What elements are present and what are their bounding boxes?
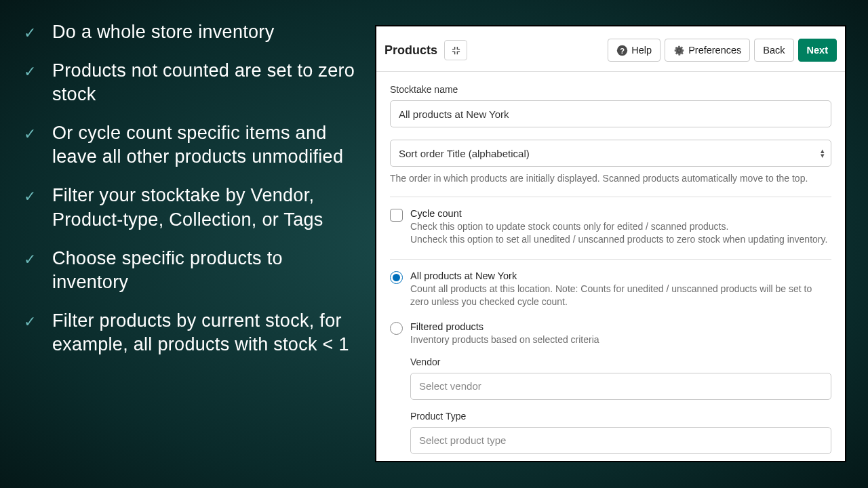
scope-filtered-radio[interactable] [390, 322, 403, 335]
scope-filtered-desc: Inventory products based on selected cri… [410, 333, 831, 347]
help-icon: ? [616, 45, 628, 56]
bullet-text: Filter products by current stock, for ex… [52, 309, 356, 357]
scope-all-radio[interactable] [390, 271, 403, 284]
divider [390, 197, 831, 197]
feature-bullet-list: ✓Do a whole store inventory ✓Products no… [0, 0, 370, 488]
collapse-button[interactable] [444, 40, 467, 60]
next-button[interactable]: Next [798, 39, 837, 62]
chevron-updown-icon: ▴▾ [821, 148, 825, 157]
product-type-label: Product Type [410, 411, 831, 422]
sort-order-value: Title (alphabetical) [447, 148, 530, 159]
sort-order-label: Sort order [399, 148, 444, 159]
scope-all-desc: Count all products at this location. Not… [410, 283, 831, 309]
cycle-count-checkbox[interactable] [390, 209, 403, 222]
back-button[interactable]: Back [754, 39, 793, 62]
stocktake-name-label: Stocktake name [390, 84, 831, 95]
stocktake-name-input[interactable] [390, 100, 831, 127]
check-icon: ✓ [24, 125, 36, 143]
svg-text:?: ? [620, 46, 625, 54]
sort-order-select[interactable]: Sort order Title (alphabetical) ▴▾ [390, 140, 831, 167]
check-icon: ✓ [24, 63, 36, 81]
scope-all-title: All products at New York [410, 270, 831, 281]
check-icon: ✓ [24, 251, 36, 268]
collapse-icon [451, 45, 461, 56]
vendor-label: Vendor [410, 357, 831, 367]
vendor-input[interactable] [410, 373, 831, 400]
stocktake-app-window: Products ? Help Preferences Back Next St… [375, 25, 846, 462]
bullet-text: Or cycle count specific items and leave … [52, 121, 356, 169]
bullet-text: Do a whole store inventory [52, 20, 274, 44]
check-icon: ✓ [24, 24, 36, 42]
divider [390, 259, 831, 260]
header-bar: Products ? Help Preferences Back Next [376, 26, 845, 72]
page-title: Products [384, 43, 437, 58]
bullet-text: Filter your stocktake by Vendor, Product… [52, 184, 356, 231]
check-icon: ✓ [24, 313, 36, 331]
help-button[interactable]: ? Help [608, 39, 660, 62]
cycle-count-desc: Check this option to update stock counts… [410, 220, 831, 247]
preferences-button[interactable]: Preferences [665, 39, 750, 62]
check-icon: ✓ [24, 188, 36, 205]
sort-order-hint: The order in which products are initiall… [390, 172, 831, 186]
scope-filtered-title: Filtered products [410, 321, 831, 332]
gear-icon [673, 45, 685, 56]
product-type-input[interactable] [410, 427, 831, 454]
bullet-text: Products not counted are set to zero sto… [52, 59, 356, 106]
cycle-count-title: Cycle count [410, 208, 831, 219]
bullet-text: Choose specific products to inventory [52, 247, 356, 294]
